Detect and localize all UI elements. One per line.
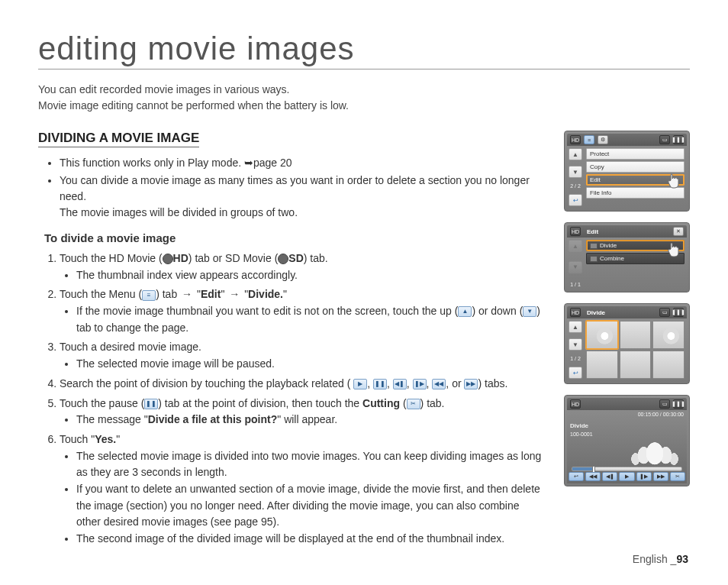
step-5: Touch the pause (❚❚) tab at the point of… [60, 396, 543, 428]
step-6-sub-3: The second image of the divided image wi… [76, 531, 543, 548]
mode-label: Divide [570, 422, 588, 429]
step-3-sub: The selected movie image will be paused. [76, 356, 543, 373]
intro-text: You can edit recorded movie images in va… [38, 82, 690, 114]
video-frame-flower [627, 431, 682, 468]
thumbnail[interactable] [586, 351, 618, 379]
intro-bullets: This function works only in Play mode. ➥… [38, 155, 543, 221]
menu-item-fileinfo[interactable]: File Info [586, 187, 685, 199]
step-forward-icon: ❚▶ [413, 379, 427, 389]
thumbnail[interactable] [652, 321, 685, 349]
battery-icon: ❚❚❚ [673, 135, 684, 144]
page-counter: 1 / 2 [569, 356, 582, 361]
pause-icon: ❚❚ [373, 379, 387, 389]
hd-tab-icon: HD [570, 399, 581, 409]
camera-screen-edit-submenu: HD Edit ✕ ▲ ▼ 1 / 1 Divide Combine [564, 222, 690, 292]
player-step-fwd-button[interactable]: ❚▶ [636, 472, 652, 481]
menu-tab-icon: ≡ [142, 290, 156, 301]
thumbnail[interactable] [620, 351, 652, 379]
step-4: Search the point of division by touching… [60, 376, 543, 393]
step-5-sub: The message "Divide a file at this point… [76, 412, 543, 428]
hd-tab-icon: HD [570, 308, 581, 317]
timecode: 00:15:00 / 00:30:00 [638, 412, 684, 417]
step-6-sub-1: The selected movie image is divided into… [76, 448, 543, 481]
settings-tab-icon: ⚙ [598, 135, 608, 144]
screen-title: Edit [584, 228, 670, 235]
submenu-combine[interactable]: Combine [586, 253, 685, 264]
battery-icon: ❚❚❚ [673, 399, 684, 409]
player-back-button[interactable]: ↩ [569, 472, 584, 481]
card-icon: ▭ [659, 308, 670, 317]
nav-down-button[interactable]: ▼ [569, 166, 582, 178]
nav-up-button: ▲ [569, 240, 582, 252]
player-play-button[interactable]: ▶ [619, 472, 634, 481]
camera-screen-menu: HD ≡ ⚙ ▭ ❚❚❚ ▲ ▼ 2 / 2 ↩ Protect Copy Ed… [564, 131, 690, 212]
page-footer: English _93 [633, 553, 688, 565]
back-button[interactable]: ↩ [569, 367, 582, 379]
step-2: Touch the Menu (≡) tab → "Edit" → "Divid… [60, 286, 543, 336]
battery-icon: ❚❚❚ [673, 308, 684, 317]
pause-tab-icon: ❚❚ [144, 399, 158, 409]
menu-item-edit[interactable]: Edit [586, 174, 685, 186]
intro-line-1: You can edit recorded movie images in va… [38, 82, 690, 98]
step-6: Touch "Yes." The selected movie image is… [60, 431, 543, 548]
nav-up-button[interactable]: ▲ [569, 148, 582, 160]
menu-item-copy[interactable]: Copy [586, 161, 685, 173]
page-counter: 1 / 1 [569, 282, 582, 287]
close-icon[interactable]: ✕ [673, 227, 684, 236]
step-1: Touch the HD Movie (HD) tab or SD Movie … [60, 250, 543, 283]
progress-fill [572, 467, 592, 470]
player-ff-button[interactable]: ▶▶ [653, 472, 668, 481]
thumbnail[interactable] [652, 351, 685, 379]
page-counter: 2 / 2 [569, 183, 582, 189]
player-rewind-button[interactable]: ◀◀ [585, 472, 601, 481]
menu-tab-selected-icon: ≡ [584, 135, 594, 144]
nav-up-button[interactable]: ▲ [569, 321, 582, 333]
card-icon: ▭ [659, 135, 670, 144]
progress-bar[interactable] [572, 467, 682, 471]
back-button[interactable]: ↩ [569, 194, 582, 206]
page-title: editing movie images [38, 31, 690, 69]
nav-down-button[interactable]: ▼ [569, 338, 582, 351]
screenshot-column: HD ≡ ⚙ ▭ ❚❚❚ ▲ ▼ 2 / 2 ↩ Protect Copy Ed… [564, 131, 690, 551]
bullet-divide-info: You can divide a movie image as many tim… [60, 173, 543, 221]
camera-screen-divide-thumbs: HD Divide ▭ ❚❚❚ ▲ ▼ 1 / 2 ↩ [564, 303, 690, 384]
sub-heading: To divide a movie image [44, 231, 543, 244]
sd-movie-icon [278, 254, 288, 264]
menu-item-protect[interactable]: Protect [586, 148, 685, 160]
submenu-divide[interactable]: Divide [586, 240, 685, 251]
fast-forward-icon: ▶▶ [464, 379, 478, 389]
combine-icon [590, 256, 598, 262]
intro-line-2: Movie image editing cannot be performed … [38, 98, 690, 114]
step-2-sub: If the movie image thumbnail you want to… [76, 303, 543, 336]
divide-icon [590, 243, 598, 249]
player-step-back-button[interactable]: ◀❚ [602, 472, 617, 481]
nav-down-button: ▼ [569, 261, 582, 273]
file-counter: 100-0001 [570, 431, 593, 437]
step-3: Touch a desired movie image. The selecte… [60, 339, 543, 372]
down-tab-icon: ▼ [523, 306, 536, 317]
camera-screen-player: HD ▭ ❚❚❚ 00:15:00 / 00:30:00 Divide 100-… [564, 395, 690, 486]
section-header: DIVIDING A MOVIE IMAGE [38, 131, 199, 147]
steps-list: Touch the HD Movie (HD) tab or SD Movie … [38, 250, 543, 548]
play-icon: ▶ [353, 379, 367, 389]
step-1-sub: The thumbnail index view appears accordi… [76, 267, 543, 284]
thumbnail[interactable] [620, 321, 652, 349]
hd-tab-icon: HD [570, 135, 581, 144]
card-icon: ▭ [659, 399, 670, 409]
step-back-icon: ◀❚ [393, 379, 407, 389]
player-cut-button[interactable]: ✂ [670, 472, 685, 481]
screen-title: Divide [584, 309, 656, 316]
up-tab-icon: ▲ [458, 306, 472, 317]
cutting-tab-icon: ✂ [407, 399, 420, 409]
thumbnail-selected[interactable] [586, 321, 618, 349]
hd-movie-icon [163, 254, 173, 264]
step-6-sub-2: If you want to delete an unwanted sectio… [76, 481, 543, 531]
hd-tab-icon: HD [570, 227, 581, 236]
rewind-icon: ◀◀ [432, 379, 446, 389]
bullet-play-mode: This function works only in Play mode. ➥… [60, 155, 543, 171]
